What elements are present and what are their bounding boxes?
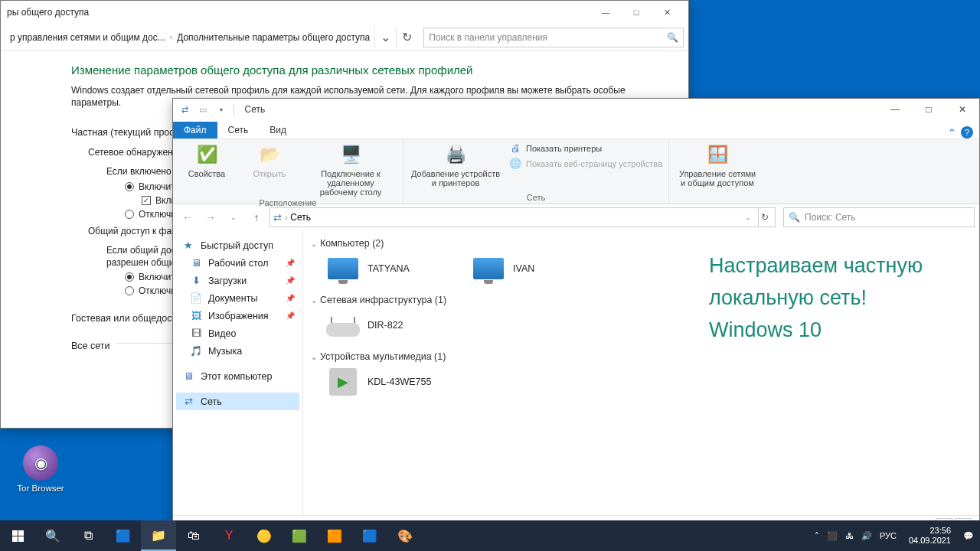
downloads-icon: ⬇ [190, 275, 202, 286]
properties-icon: ✅ [194, 142, 219, 167]
navigation-pane[interactable]: ★Быстрый доступ 🖥Рабочий стол📌 ⬇Загрузки… [173, 230, 303, 515]
recent-locations-button[interactable]: ⌄ [224, 207, 243, 227]
help-button[interactable]: ? [961, 126, 973, 139]
qat-properties-button[interactable]: ▭ [194, 101, 211, 118]
taskbar-app-yandex[interactable]: Y [211, 520, 247, 551]
system-tray[interactable]: ˄ ⬛ 🖧 🔊 РУС 23:56 04.09.2021 💬 [808, 526, 980, 545]
network-icon: ⇄ [176, 101, 193, 118]
nav-pictures[interactable]: 🖼Изображения📌 [176, 307, 299, 324]
pin-icon: 📌 [286, 276, 295, 285]
refresh-button[interactable]: ↻ [396, 27, 417, 48]
taskbar-app-edge[interactable]: 🟦 [106, 520, 141, 551]
search-icon: 🔍 [789, 212, 800, 223]
router-item[interactable]: DIR-822 [326, 310, 441, 341]
network-center-icon: 🪟 [705, 142, 730, 167]
search-input[interactable]: Поиск в панели управления 🔍 [423, 28, 684, 47]
ribbon-remote-desktop-button[interactable]: 🖥️Подключение к удаленному рабочему стол… [305, 142, 397, 197]
desktop-shortcut-label: Tor Browser [11, 484, 70, 493]
ribbon-device-webpage-button[interactable]: 🌐Показать веб-страницу устройства [509, 158, 662, 170]
ribbon-group-label: Сеть [527, 193, 545, 202]
content-pane[interactable]: ⌄Компьютер (2) TATYANA IVAN ⌄Сетевая инф… [303, 230, 979, 515]
desktop-shortcut-tor[interactable]: ◉ Tor Browser [11, 445, 70, 493]
media-device-item[interactable]: KDL-43WE755 [326, 367, 441, 397]
printer-icon: 🖨 [509, 142, 521, 155]
overlay-caption: Настраиваем частную локальную сеть! Wind… [709, 250, 923, 347]
window-title: Сеть [245, 104, 266, 115]
computer-icon [326, 253, 360, 284]
close-button[interactable]: ✕ [652, 2, 682, 23]
desktop-icon: 🖥 [190, 257, 202, 269]
chevron-down-icon: ⌄ [311, 240, 317, 248]
minimize-button[interactable]: — [878, 99, 912, 120]
close-button[interactable]: ✕ [946, 99, 979, 120]
nav-documents[interactable]: 📄Документы📌 [176, 289, 299, 307]
nav-videos[interactable]: 🎞Видео [176, 324, 299, 342]
nav-downloads[interactable]: ⬇Загрузки📌 [176, 272, 299, 289]
explorer-network-window: ⇄ ▭ ▾ │ Сеть — □ ✕ Файл Сеть Вид ⌃ ? ✅Св… [172, 98, 980, 534]
ribbon-properties-button[interactable]: ✅Свойства [179, 142, 234, 178]
tray-clock[interactable]: 23:56 04.09.2021 [904, 526, 956, 545]
nav-quick-access[interactable]: ★Быстрый доступ [176, 236, 299, 254]
tray-volume-icon[interactable]: 🔊 [861, 531, 872, 541]
media-device-icon [326, 367, 360, 397]
window-title: ры общего доступа [7, 7, 89, 18]
taskbar-app-unknown1[interactable]: 🟩 [282, 520, 317, 551]
search-button[interactable]: 🔍 [35, 520, 70, 551]
search-placeholder: Поиск: Сеть [805, 212, 856, 223]
taskbar-app-explorer[interactable]: 📁 [141, 520, 176, 551]
tab-network[interactable]: Сеть [217, 122, 260, 139]
breadcrumb-item[interactable]: Дополнительные параметры общего доступа [172, 32, 374, 43]
minimize-button[interactable]: — [590, 2, 621, 23]
up-button[interactable]: ↑ [247, 207, 266, 227]
chevron-down-icon: ⌄ [311, 296, 317, 305]
taskbar-app-chrome[interactable]: 🟡 [247, 520, 282, 551]
profile-all-heading[interactable]: Все сети [71, 341, 110, 351]
forward-button[interactable]: → [201, 207, 220, 227]
tray-language[interactable]: РУС [880, 531, 897, 540]
nav-this-pc[interactable]: 🖥Этот компьютер [176, 367, 299, 385]
search-placeholder: Поиск в панели управления [429, 32, 547, 43]
titlebar[interactable]: ⇄ ▭ ▾ │ Сеть — □ ✕ [173, 99, 979, 120]
back-button[interactable]: ← [178, 207, 198, 227]
chevron-down-icon[interactable]: ⌄ [374, 27, 396, 48]
start-button[interactable] [0, 520, 35, 551]
videos-icon: 🎞 [190, 328, 202, 339]
maximize-button[interactable]: □ [912, 99, 946, 120]
search-input[interactable]: 🔍 Поиск: Сеть [783, 207, 975, 227]
windows-logo-icon [12, 530, 24, 542]
tray-app-icon[interactable]: ⬛ [827, 531, 838, 541]
category-computer[interactable]: ⌄Компьютер (2) [311, 238, 972, 249]
taskbar-app-paint[interactable]: 🎨 [387, 520, 423, 551]
tray-notifications-button[interactable]: 💬 [963, 531, 974, 541]
tray-network-icon[interactable]: 🖧 [845, 531, 854, 540]
pictures-icon: 🖼 [190, 310, 202, 321]
refresh-button[interactable]: ↻ [754, 207, 776, 227]
computer-item[interactable]: TATYANA [326, 253, 441, 284]
ribbon-add-devices-button[interactable]: 🖨️Добавление устройств и принтеров [410, 142, 501, 187]
task-view-button[interactable]: ⧉ [70, 520, 106, 551]
taskbar-app-store[interactable]: 🛍 [176, 520, 211, 551]
ribbon-show-printers-button[interactable]: 🖨Показать принтеры [509, 142, 602, 155]
taskbar-app-unknown2[interactable]: 🟧 [317, 520, 352, 551]
nav-music[interactable]: 🎵Музыка [176, 342, 299, 360]
ribbon-network-center-button[interactable]: 🪟Управление сетями и общим доступом [675, 142, 760, 187]
address-location: Сеть [290, 212, 311, 223]
address-bar[interactable]: ⇄ › Сеть [270, 207, 759, 227]
taskbar-app-unknown3[interactable]: 🟦 [352, 520, 387, 551]
maximize-button[interactable]: □ [621, 2, 652, 23]
open-icon: 📂 [257, 142, 282, 167]
tray-overflow-button[interactable]: ˄ [815, 531, 819, 541]
collapse-ribbon-button[interactable]: ⌃ [948, 127, 956, 139]
nav-network[interactable]: ⇄Сеть [176, 393, 299, 410]
ribbon-open-button[interactable]: 📂Открыть [242, 142, 297, 178]
tab-view[interactable]: Вид [259, 122, 297, 139]
breadcrumb-item[interactable]: р управления сетями и общим дос... [5, 32, 170, 43]
star-icon: ★ [182, 240, 194, 251]
tab-file[interactable]: Файл [173, 122, 217, 139]
computer-item[interactable]: IVAN [472, 253, 586, 284]
nav-desktop[interactable]: 🖥Рабочий стол📌 [176, 254, 299, 272]
taskbar[interactable]: 🔍 ⧉ 🟦 📁 🛍 Y 🟡 🟩 🟧 🟦 🎨 ˄ ⬛ 🖧 🔊 РУС 23:56 … [0, 520, 980, 551]
category-media[interactable]: ⌄Устройства мультимедиа (1) [311, 351, 972, 362]
qat-dropdown[interactable]: ▾ [213, 101, 230, 118]
titlebar[interactable]: ры общего доступа — □ ✕ [1, 1, 688, 24]
